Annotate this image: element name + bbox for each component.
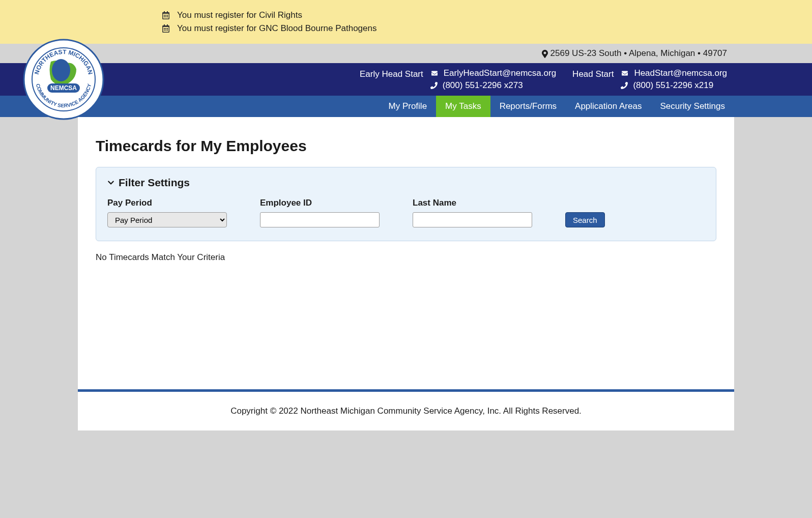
filter-header-label: Filter Settings	[119, 177, 190, 189]
phone-icon	[621, 82, 628, 89]
logo: NORTHEAST MICHIGAN COMMUNITY SERVICE AGE…	[23, 39, 104, 120]
calendar-icon	[162, 11, 170, 19]
contact-phone: (800) 551-2296 x219	[633, 80, 713, 91]
contact-label: Head Start	[572, 68, 614, 79]
employee-id-input[interactable]	[260, 212, 380, 227]
svg-point-4	[52, 59, 70, 81]
alert-text: You must register for GNC Blood Bourne P…	[177, 23, 376, 34]
envelope-icon	[430, 70, 439, 76]
address-bar: 2569 US-23 South • Alpena, Michigan • 49…	[0, 44, 812, 63]
contact-label: Early Head Start	[360, 68, 423, 79]
alert-item: You must register for Civil Rights	[162, 10, 734, 20]
nav-application-areas[interactable]: Application Areas	[566, 96, 651, 117]
search-button[interactable]: Search	[565, 212, 605, 227]
alert-text: You must register for Civil Rights	[177, 10, 302, 20]
filter-header-toggle[interactable]: Filter Settings	[107, 177, 705, 189]
nav-my-profile[interactable]: My Profile	[380, 96, 437, 117]
contact-bar: Early Head Start EarlyHeadStart@nemcsa.o…	[0, 63, 812, 96]
filter-panel: Filter Settings Pay Period Pay Period Em…	[96, 167, 716, 241]
map-marker-icon	[542, 50, 548, 58]
nav-bar: My Profile My Tasks Reports/Forms Applic…	[0, 96, 812, 117]
page-title: Timecards for My Employees	[96, 137, 716, 155]
alert-banner: You must register for Civil Rights You m…	[0, 0, 812, 44]
contact-email[interactable]: HeadStart@nemcsa.org	[634, 68, 727, 78]
employee-id-label: Employee ID	[260, 198, 380, 208]
footer: Copyright © 2022 Northeast Michigan Comm…	[78, 392, 734, 430]
contact-group-early-head-start: Early Head Start EarlyHeadStart@nemcsa.o…	[360, 68, 556, 91]
contact-group-head-start: Head Start HeadStart@nemcsa.org (800) 55…	[572, 68, 727, 91]
contact-phone: (800) 551-2296 x273	[443, 80, 523, 91]
envelope-icon	[621, 70, 629, 76]
svg-text:NEMCSA: NEMCSA	[50, 84, 77, 92]
chevron-down-icon	[107, 179, 114, 186]
last-name-input[interactable]	[413, 212, 532, 227]
footer-copyright: Copyright © 2022 Northeast Michigan Comm…	[230, 406, 582, 416]
pay-period-select[interactable]: Pay Period	[107, 212, 227, 227]
calendar-icon	[162, 24, 170, 33]
last-name-label: Last Name	[413, 198, 532, 208]
contact-email[interactable]: EarlyHeadStart@nemcsa.org	[444, 68, 556, 78]
no-results-message: No Timecards Match Your Criteria	[96, 252, 716, 263]
phone-icon	[430, 82, 438, 89]
nav-my-tasks[interactable]: My Tasks	[436, 96, 490, 117]
alert-item: You must register for GNC Blood Bourne P…	[162, 23, 734, 34]
address-text: 2569 US-23 South • Alpena, Michigan • 49…	[550, 48, 727, 58]
nav-security-settings[interactable]: Security Settings	[651, 96, 734, 117]
nav-reports-forms[interactable]: Reports/Forms	[490, 96, 566, 117]
pay-period-label: Pay Period	[107, 198, 227, 208]
